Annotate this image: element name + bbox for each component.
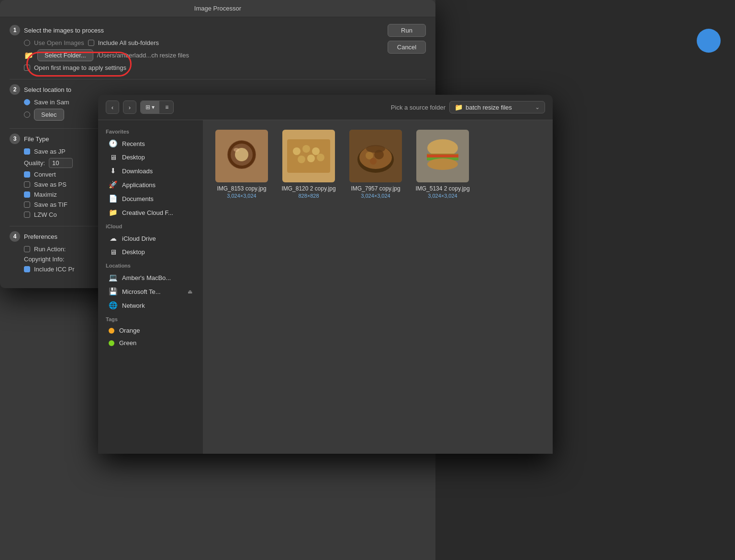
- eject-icon: ⏏: [188, 289, 192, 295]
- sidebar-item-desktop[interactable]: 🖥 Desktop: [101, 151, 200, 164]
- open-first-checkbox[interactable]: [24, 65, 30, 71]
- lzw-checkbox[interactable]: [24, 212, 30, 218]
- sidebar-item-tag-green[interactable]: Green: [101, 337, 200, 349]
- sidebar-item-network[interactable]: 🌐 Network: [101, 299, 200, 312]
- sidebar-item-icloud-desktop[interactable]: 🖥 Desktop: [101, 246, 200, 258]
- file-dims-2: 828×828: [298, 193, 319, 199]
- convert-checkbox[interactable]: [24, 171, 30, 178]
- file-dims-4: 3,024×3,024: [428, 193, 457, 199]
- folder-path-text: /Users/amberladd...ch resize files: [97, 52, 189, 59]
- run-button[interactable]: Run: [388, 24, 426, 37]
- creative-cloud-icon: 📁: [109, 208, 117, 217]
- folder-icon: 📁: [24, 51, 33, 60]
- cancel-button[interactable]: Cancel: [388, 41, 426, 54]
- grid-view-button[interactable]: ⊞ ▾: [141, 101, 159, 113]
- quality-input[interactable]: [49, 158, 73, 168]
- use-open-label: Use Open Images: [34, 39, 84, 46]
- section-1-header: 1 Select the images to process: [10, 25, 426, 35]
- convert-label: Convert: [34, 171, 56, 178]
- source-label: Pick a source folder: [391, 104, 445, 111]
- sidebar-item-creative-cloud[interactable]: 📁 Creative Cloud F...: [101, 206, 200, 219]
- network-icon: 🌐: [109, 301, 117, 310]
- svg-point-4: [234, 148, 239, 152]
- svg-point-18: [370, 158, 377, 165]
- maximize-checkbox[interactable]: [24, 191, 30, 198]
- file-grid: IMG_8153 copy.jpg 3,024×3,024: [213, 130, 543, 199]
- recents-icon: 🕐: [109, 139, 117, 148]
- section-4-title: Preferences: [24, 233, 57, 240]
- save-tif-label: Save as TIF: [34, 201, 67, 208]
- svg-point-19: [366, 145, 385, 153]
- microsoft-icon: 💾: [109, 287, 117, 296]
- icc-label: Include ICC Pr: [34, 266, 75, 273]
- picker-main: IMG_8153 copy.jpg 3,024×3,024: [203, 120, 553, 454]
- sidebar-item-documents[interactable]: 📄 Documents: [101, 192, 200, 205]
- list-view-button[interactable]: ≡: [160, 101, 173, 113]
- svg-point-12: [317, 154, 324, 161]
- file-item-1[interactable]: IMG_8153 copy.jpg 3,024×3,024: [213, 130, 270, 199]
- documents-label: Documents: [122, 195, 154, 202]
- save-jpeg-checkbox[interactable]: [24, 148, 30, 155]
- file-name-3: IMG_7957 copy.jpg: [351, 185, 400, 193]
- file-thumbnail-2: [282, 130, 335, 182]
- sidebar-item-downloads[interactable]: ⬇ Downloads: [101, 164, 200, 178]
- icloud-label: iCloud: [98, 220, 203, 231]
- select-location-radio[interactable]: [24, 112, 30, 118]
- picker-toolbar: ‹ › ⊞ ▾ ≡ Pick a source folder 📁 batch r…: [98, 95, 553, 120]
- downloads-label: Downloads: [122, 168, 153, 175]
- dialog-titlebar: Image Processor: [0, 0, 435, 17]
- save-same-radio[interactable]: [24, 99, 30, 105]
- use-open-radio[interactable]: [24, 40, 30, 46]
- svg-point-9: [312, 147, 320, 155]
- forward-button[interactable]: ›: [123, 101, 136, 114]
- microsoft-label: Microsoft Te...: [122, 288, 161, 295]
- select-folder-button[interactable]: Select Folder...: [37, 49, 93, 61]
- section-1: 1 Select the images to process Use Open …: [10, 25, 426, 71]
- file-item-4[interactable]: IMG_5134 2 copy.jpg 3,024×3,024: [414, 130, 471, 199]
- svg-point-7: [293, 147, 301, 155]
- icloud-drive-label: iCloud Drive: [122, 235, 156, 242]
- quality-label: Quality:: [24, 159, 45, 167]
- section-3-title: File Type: [24, 135, 49, 143]
- section-1-open-first-row: Open first image to apply settings: [24, 64, 426, 71]
- macbook-label: Amber's MacBo...: [122, 274, 171, 281]
- svg-point-25: [427, 158, 458, 170]
- save-psd-checkbox[interactable]: [24, 181, 30, 188]
- sidebar-item-recents[interactable]: 🕐 Recents: [101, 137, 200, 150]
- svg-point-11: [307, 155, 315, 162]
- orange-tag-dot: [109, 328, 114, 334]
- sidebar-item-applications[interactable]: 🚀 Applications: [101, 178, 200, 191]
- locations-label: Locations: [98, 259, 203, 270]
- save-jpeg-label: Save as JP: [34, 148, 66, 155]
- downloads-icon: ⬇: [109, 167, 117, 175]
- sidebar-item-macbook[interactable]: 💻 Amber's MacBo...: [101, 271, 200, 284]
- folder-dropdown-icon: 📁: [455, 103, 463, 111]
- folder-dropdown[interactable]: 📁 batch resize files ⌄: [449, 101, 545, 113]
- file-name-4: IMG_5134 2 copy.jpg: [415, 185, 469, 193]
- section-1-number: 1: [10, 25, 20, 35]
- section-2-header: 2 Select location to: [10, 84, 426, 95]
- run-action-label: Run Action:: [34, 246, 66, 253]
- run-action-checkbox[interactable]: [24, 246, 30, 252]
- select-location-button[interactable]: Selec: [34, 109, 64, 121]
- documents-icon: 📄: [109, 194, 117, 203]
- recents-label: Recents: [122, 140, 145, 147]
- picker-content: Favorites 🕐 Recents 🖥 Desktop ⬇ Download…: [98, 120, 553, 454]
- sidebar-item-icloud-drive[interactable]: ☁ iCloud Drive: [101, 232, 200, 245]
- file-thumbnail-3: [349, 130, 402, 182]
- picker-sidebar: Favorites 🕐 Recents 🖥 Desktop ⬇ Download…: [98, 120, 203, 454]
- file-item-2[interactable]: IMG_8120 2 copy.jpg 828×828: [280, 130, 337, 199]
- sidebar-item-microsoft[interactable]: 💾 Microsoft Te... ⏏: [101, 285, 200, 298]
- sidebar-item-tag-orange[interactable]: Orange: [101, 325, 200, 336]
- icc-checkbox[interactable]: [24, 266, 30, 272]
- network-label: Network: [122, 302, 145, 309]
- save-tif-checkbox[interactable]: [24, 202, 30, 208]
- bg-circle-icon: [697, 29, 721, 53]
- back-button[interactable]: ‹: [106, 101, 119, 114]
- file-dims-3: 3,024×3,024: [361, 193, 390, 199]
- include-subfolders-checkbox[interactable]: [88, 40, 94, 46]
- file-item-3[interactable]: IMG_7957 copy.jpg 3,024×3,024: [347, 130, 404, 199]
- save-same-label: Save in Sam: [34, 99, 69, 106]
- open-first-label: Open first image to apply settings: [34, 64, 126, 71]
- copyright-label: Copyright Info:: [24, 256, 65, 263]
